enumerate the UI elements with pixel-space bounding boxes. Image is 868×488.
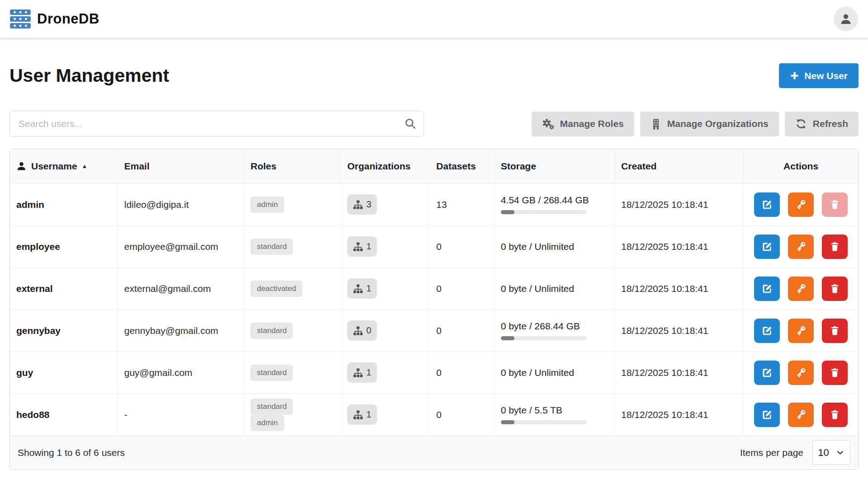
person-icon bbox=[840, 13, 852, 25]
role-badge: admin bbox=[250, 197, 284, 213]
delete-user-button[interactable] bbox=[822, 235, 848, 259]
header-storage[interactable]: Storage bbox=[494, 149, 614, 183]
manage-organizations-button[interactable]: Manage Organizations bbox=[640, 112, 779, 136]
trash-icon bbox=[829, 324, 840, 337]
username-cell: guy bbox=[16, 367, 33, 378]
created-cell: 18/12/2025 10:18:41 bbox=[621, 241, 708, 252]
brand[interactable]: DroneDB bbox=[10, 9, 99, 28]
organizations-badge[interactable]: 1 bbox=[347, 404, 377, 425]
new-user-label: New User bbox=[804, 70, 848, 81]
delete-user-button[interactable] bbox=[822, 277, 848, 301]
email-cell: external@gmail.com bbox=[124, 283, 211, 294]
organizations-badge[interactable]: 3 bbox=[347, 194, 377, 215]
username-cell: gennybay bbox=[16, 325, 61, 336]
delete-user-button[interactable] bbox=[822, 403, 848, 427]
storage-cell: 0 byte / Unlimited bbox=[501, 241, 608, 252]
delete-user-button[interactable] bbox=[822, 361, 848, 385]
organizations-badge[interactable]: 0 bbox=[347, 320, 377, 341]
organizations-count: 3 bbox=[366, 199, 371, 210]
reset-password-button[interactable] bbox=[788, 403, 814, 427]
created-cell: 18/12/2025 10:18:41 bbox=[621, 325, 708, 336]
role-badge: admin bbox=[250, 415, 284, 431]
table-header-row: Username ▲ Email Roles Organizations Dat… bbox=[10, 149, 858, 183]
key-icon bbox=[795, 366, 807, 379]
organizations-count: 1 bbox=[366, 367, 371, 378]
organizations-count: 0 bbox=[366, 325, 371, 336]
organizations-count: 1 bbox=[366, 283, 371, 294]
items-per-page-label: Items per page bbox=[740, 447, 803, 458]
key-icon bbox=[795, 408, 807, 421]
edit-user-button[interactable] bbox=[754, 403, 780, 427]
dronedb-logo-icon bbox=[10, 9, 31, 28]
header-created[interactable]: Created bbox=[615, 149, 744, 183]
header-username[interactable]: Username ▲ bbox=[10, 149, 118, 183]
reset-password-button[interactable] bbox=[788, 235, 814, 259]
storage-progress-bar bbox=[501, 420, 587, 424]
storage-cell: 4.54 GB / 268.44 GB bbox=[501, 195, 608, 206]
pen-square-icon bbox=[761, 366, 773, 379]
datasets-cell: 0 bbox=[436, 241, 442, 252]
header-organizations[interactable]: Organizations bbox=[341, 149, 430, 183]
delete-user-button[interactable] bbox=[822, 192, 848, 217]
plus-icon bbox=[790, 71, 799, 80]
search-input[interactable] bbox=[9, 111, 424, 137]
cogs-icon bbox=[542, 118, 554, 130]
created-cell: 18/12/2025 10:18:41 bbox=[621, 409, 708, 420]
trash-icon bbox=[829, 408, 840, 421]
storage-cell: 0 byte / Unlimited bbox=[501, 367, 608, 378]
pen-square-icon bbox=[761, 240, 773, 253]
topbar: DroneDB bbox=[0, 0, 868, 38]
datasets-cell: 0 bbox=[436, 325, 442, 336]
email-cell: gennybay@gmail.com bbox=[124, 325, 218, 336]
sitemap-icon bbox=[353, 368, 363, 378]
username-cell: external bbox=[16, 283, 53, 294]
search-icon bbox=[404, 117, 416, 130]
sitemap-icon bbox=[353, 200, 363, 210]
organizations-badge[interactable]: 1 bbox=[347, 362, 377, 383]
header-datasets[interactable]: Datasets bbox=[430, 149, 495, 183]
key-icon bbox=[795, 198, 807, 211]
username-cell: admin bbox=[16, 199, 44, 210]
email-cell: guy@gmail.com bbox=[124, 367, 193, 378]
refresh-button[interactable]: Refresh bbox=[785, 112, 859, 136]
table-footer: Showing 1 to 6 of 6 users Items per page… bbox=[10, 436, 858, 469]
items-per-page-select[interactable]: 10 bbox=[812, 440, 850, 465]
edit-user-button[interactable] bbox=[754, 361, 780, 385]
storage-cell: 0 byte / 5.5 TB bbox=[501, 405, 608, 416]
reset-password-button[interactable] bbox=[788, 361, 814, 385]
reset-password-button[interactable] bbox=[788, 192, 814, 217]
manage-roles-button[interactable]: Manage Roles bbox=[532, 112, 634, 136]
header-roles[interactable]: Roles bbox=[244, 149, 341, 183]
delete-user-button[interactable] bbox=[822, 319, 848, 343]
organizations-badge[interactable]: 1 bbox=[347, 278, 377, 299]
roles-cell: standard bbox=[244, 225, 341, 267]
header-email[interactable]: Email bbox=[118, 149, 244, 183]
organizations-badge[interactable]: 1 bbox=[347, 236, 377, 257]
sitemap-icon bbox=[353, 326, 363, 336]
role-badge: standard bbox=[250, 323, 293, 339]
pen-square-icon bbox=[761, 282, 773, 295]
role-badge: standard bbox=[250, 365, 293, 381]
user-avatar-button[interactable] bbox=[834, 7, 858, 31]
edit-user-button[interactable] bbox=[754, 277, 780, 301]
role-badge: standard bbox=[250, 399, 293, 415]
email-cell: - bbox=[124, 409, 127, 420]
organizations-count: 1 bbox=[366, 241, 371, 252]
trash-icon bbox=[829, 240, 840, 253]
brand-name: DroneDB bbox=[37, 11, 99, 27]
new-user-button[interactable]: New User bbox=[779, 63, 859, 88]
users-table: Username ▲ Email Roles Organizations Dat… bbox=[9, 149, 859, 470]
roles-cell: standard bbox=[244, 352, 341, 394]
role-badge: standard bbox=[250, 239, 293, 255]
edit-user-button[interactable] bbox=[754, 192, 780, 217]
reset-password-button[interactable] bbox=[788, 277, 814, 301]
table-row: employee employee@gmail.com standard 1 bbox=[10, 225, 858, 267]
edit-user-button[interactable] bbox=[754, 235, 780, 259]
building-icon bbox=[651, 118, 661, 130]
results-summary: Showing 1 to 6 of 6 users bbox=[18, 447, 125, 458]
reset-password-button[interactable] bbox=[788, 319, 814, 343]
storage-cell: 0 byte / Unlimited bbox=[501, 283, 608, 294]
pen-square-icon bbox=[761, 408, 773, 421]
edit-user-button[interactable] bbox=[754, 319, 780, 343]
trash-icon bbox=[829, 198, 840, 211]
